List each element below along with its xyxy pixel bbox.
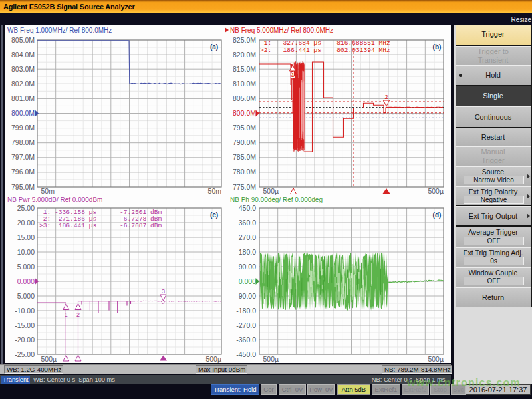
svg-text:(d): (d) xyxy=(433,211,442,219)
svg-text:NB Freq 5.000MHz/ Ref 800.0MHz: NB Freq 5.000MHz/ Ref 800.0MHz xyxy=(230,27,333,34)
svg-text:15.00: 15.00 xyxy=(17,233,35,241)
svg-text:805.0M: 805.0M xyxy=(11,36,35,44)
svg-text:780.0M: 780.0M xyxy=(233,168,256,176)
svg-text:0.000: 0.000 xyxy=(239,277,256,285)
svg-text:50m: 50m xyxy=(208,187,222,195)
svg-text:797.0M: 797.0M xyxy=(11,153,35,161)
svg-text:-270.0: -270.0 xyxy=(236,321,256,329)
svg-text:799.0M: 799.0M xyxy=(11,124,35,132)
svg-text:-10.00: -10.00 xyxy=(15,307,35,315)
svg-text:500µ: 500µ xyxy=(428,355,444,363)
svg-text:0.000: 0.000 xyxy=(17,277,35,285)
svg-text:500µ: 500µ xyxy=(205,355,221,363)
svg-text:>2: 186.441 µs 802.031394: >2: 186.441 µs 802.031394 MHz xyxy=(260,47,390,54)
svg-text:NB Ph 90.00deg/ Ref 0.000deg: NB Ph 90.00deg/ Ref 0.000deg xyxy=(230,196,323,203)
svg-text:(b): (b) xyxy=(433,43,442,51)
svg-text:20.00: 20.00 xyxy=(17,219,35,227)
svg-text:>3: 186.441 µs -6.7687 d: >3: 186.441 µs -6.7687 dBm xyxy=(39,222,162,229)
svg-text:10.00: 10.00 xyxy=(17,248,35,256)
svg-text:800.0M: 800.0M xyxy=(11,109,35,117)
svg-text:-500µ: -500µ xyxy=(39,355,57,363)
svg-text:785.0M: 785.0M xyxy=(233,153,256,161)
svg-text:796.0M: 796.0M xyxy=(11,168,35,176)
svg-text:1: 1 xyxy=(65,311,68,318)
svg-text:795.0M: 795.0M xyxy=(233,124,256,132)
svg-text:-15.00: -15.00 xyxy=(15,321,35,329)
svg-text:450.0: 450.0 xyxy=(239,204,256,212)
svg-text:805.0M: 805.0M xyxy=(233,94,256,102)
svg-text:-500µ: -500µ xyxy=(261,355,279,363)
svg-text:360.0: 360.0 xyxy=(239,219,256,227)
svg-text:800.0M: 800.0M xyxy=(233,109,256,117)
svg-text:-50m: -50m xyxy=(39,187,55,195)
svg-text:1: -327.684 µs 816.688551: 1: -327.684 µs 816.688551 MHz xyxy=(260,39,390,47)
svg-text:-500µ: -500µ xyxy=(261,187,279,195)
svg-text:90.00: 90.00 xyxy=(239,263,256,271)
svg-text:(c): (c) xyxy=(210,211,218,219)
svg-text:(a): (a) xyxy=(210,43,218,51)
svg-text:-90.00: -90.00 xyxy=(236,292,256,300)
svg-text:790.0M: 790.0M xyxy=(233,138,256,146)
svg-text:795.0M: 795.0M xyxy=(11,183,35,191)
svg-text:180.0: 180.0 xyxy=(239,248,256,256)
svg-text:801.0M: 801.0M xyxy=(11,94,35,102)
svg-text:25.00: 25.00 xyxy=(17,204,35,212)
svg-text:802.0M: 802.0M xyxy=(11,80,35,88)
svg-text:803.0M: 803.0M xyxy=(11,65,35,73)
svg-text:-20.00: -20.00 xyxy=(15,336,35,344)
svg-text:270.0: 270.0 xyxy=(239,233,256,241)
svg-text:804.0M: 804.0M xyxy=(11,51,35,59)
svg-text:-25.00: -25.00 xyxy=(15,350,35,358)
svg-text:825.0M: 825.0M xyxy=(233,36,256,44)
svg-text:5.000: 5.000 xyxy=(17,263,35,271)
svg-text:WB Freq 1.000MHz/ Ref 800.0MHz: WB Freq 1.000MHz/ Ref 800.0MHz xyxy=(7,27,112,34)
svg-text:810.0M: 810.0M xyxy=(233,80,256,88)
svg-text:-5.000: -5.000 xyxy=(15,292,35,300)
svg-text:1: 1 xyxy=(291,72,294,78)
svg-text:-450.0: -450.0 xyxy=(236,350,256,358)
svg-text:2: 2 xyxy=(76,311,80,318)
svg-text:NB Pwr 5.000dB/ Ref 0.000dBm: NB Pwr 5.000dB/ Ref 0.000dBm xyxy=(7,196,102,203)
svg-text:500µ: 500µ xyxy=(428,187,444,195)
svg-text:798.0M: 798.0M xyxy=(11,138,35,146)
svg-text:-360.0: -360.0 xyxy=(236,336,256,344)
svg-text:815.0M: 815.0M xyxy=(233,65,256,73)
svg-text:2: 2 xyxy=(384,94,388,100)
svg-text:3: 3 xyxy=(162,288,165,295)
svg-text:820.0M: 820.0M xyxy=(233,51,256,59)
svg-text:-180.0: -180.0 xyxy=(236,307,256,315)
svg-text:775.0M: 775.0M xyxy=(233,183,256,191)
